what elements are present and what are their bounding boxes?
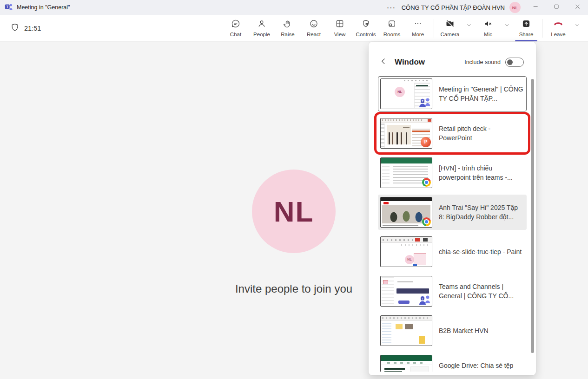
toolbar-raise-button[interactable]: Raise (275, 15, 301, 41)
toolbar-controls-button[interactable]: Controls (353, 15, 379, 41)
chevron-down-icon (504, 22, 510, 28)
toolbar-button-label: Chat (230, 32, 241, 37)
thumb-decoration (404, 80, 430, 81)
thumb-decoration: NL (405, 255, 414, 264)
avatar[interactable]: NL (509, 2, 521, 13)
back-button[interactable] (378, 57, 389, 68)
close-button[interactable] (567, 0, 588, 15)
react-icon (309, 19, 318, 28)
include-sound-label: Include sound (464, 59, 501, 65)
chevron-down-icon (504, 24, 510, 33)
mic-options-chevron[interactable] (501, 15, 513, 41)
window-thumbnail: NLT (380, 78, 432, 109)
window-title: [HVN] - trình chiếu powerpoint trên team… (439, 163, 523, 182)
toolbar-rooms-button[interactable]: Rooms (379, 15, 405, 41)
maximize-icon (553, 3, 560, 12)
chevron-down-icon (466, 24, 472, 33)
shield-icon (10, 23, 20, 34)
chevron-down-icon (575, 24, 580, 33)
more-icon (413, 19, 423, 30)
share-window-panel: Window Include sound NLT Meeting in "Gen… (369, 42, 536, 375)
toolbar-divider (434, 19, 434, 38)
panel-scrollbar[interactable] (531, 79, 534, 353)
thumb-decoration (415, 238, 420, 242)
window-list-item[interactable]: T Teams and Channels | General | CÔNG TY… (378, 274, 527, 309)
leave-options-chevron[interactable] (571, 15, 583, 41)
toolbar-react-button[interactable]: React (301, 15, 327, 41)
toolbar-view-button[interactable]: View (327, 15, 353, 41)
window-title: Meeting in "General" | CÔNG TY CỔ PHẦN T… (439, 85, 523, 103)
window-title: B2B Market HVN (439, 326, 489, 335)
leave-call-icon (554, 19, 563, 28)
window-list-item[interactable]: [HVN] - trình chiếu powerpoint trên team… (378, 155, 527, 190)
rooms-icon (387, 19, 396, 30)
minimize-button[interactable] (525, 0, 546, 15)
thumb-decoration (397, 281, 413, 282)
thumb-decoration (422, 217, 431, 226)
share-icon (522, 19, 531, 30)
thumb-decoration (396, 288, 429, 294)
thumb-decoration (381, 197, 432, 201)
window-list-item[interactable]: NL chia-se-slide-truc-tiep - Paint (378, 234, 527, 269)
view-icon (335, 19, 344, 30)
window-list-item[interactable]: Anh Trai "Say Hi" 2025 Tập 8: BigDaddy R… (378, 195, 527, 230)
thumb-decoration: T (418, 294, 431, 305)
toolbar-more-button[interactable]: More (405, 15, 431, 41)
share-button[interactable]: Share (513, 15, 539, 41)
window-list: NLT Meeting in "General" | CÔNG TY CỔ PH… (369, 75, 536, 372)
window-thumbnail: NL (380, 236, 432, 267)
teams-logo-icon: T (5, 2, 13, 13)
thumb-decoration (381, 124, 385, 148)
mic-muted-icon (483, 19, 493, 28)
leave-call-icon (554, 19, 563, 30)
window-title-text: Meeting in "General" (17, 4, 70, 11)
panel-header: Window Include sound (369, 42, 536, 75)
minimize-icon (532, 3, 539, 10)
back-icon (379, 57, 388, 68)
maximize-button[interactable] (546, 0, 567, 15)
meeting-toolbar: 21:51 ChatPeopleRaiseReactViewControlsRo… (0, 15, 588, 42)
leave-button[interactable]: Leave (545, 15, 571, 41)
camera-button[interactable]: Camera (437, 15, 463, 41)
window-list-item[interactable]: NLT Meeting in "General" | CÔNG TY CỔ PH… (378, 76, 527, 111)
thumb-decoration (381, 118, 432, 123)
toolbar-button-label: Rooms (383, 32, 400, 37)
mic-button[interactable]: Mic (475, 15, 501, 41)
window-list-item[interactable]: P Retail pitch deck - PowerPoint (378, 116, 527, 151)
thumb-decoration (426, 98, 429, 102)
people-icon (257, 19, 266, 28)
leave-label: Leave (551, 32, 565, 37)
window-thumbnail (380, 315, 432, 346)
window-list-item[interactable]: B2B Market HVN (378, 313, 527, 348)
toolbar-chat-button[interactable]: Chat (223, 15, 249, 41)
toolbar-people-button[interactable]: People (249, 15, 275, 41)
shield-icon (10, 23, 20, 32)
thumb-decoration (424, 180, 429, 185)
toolbar-buttons: ChatPeopleRaiseReactViewControlsRoomsMor… (223, 15, 431, 41)
thumb-decoration: NL (395, 87, 405, 97)
chat-icon (231, 19, 240, 28)
include-sound-toggle[interactable] (505, 58, 524, 67)
thumb-decoration (423, 238, 428, 242)
rooms-icon (387, 19, 396, 28)
share-label: Share (519, 32, 534, 37)
thumb-decoration (382, 323, 391, 344)
controls-icon (361, 19, 370, 28)
titlebar-overflow-menu[interactable]: ··· (382, 4, 402, 11)
people-icon (257, 19, 266, 30)
toolbar-button-label: Controls (356, 32, 376, 37)
chat-icon (231, 19, 240, 30)
back-icon (379, 57, 388, 66)
thumb-decoration (384, 371, 402, 372)
camera-off-icon (445, 19, 455, 30)
share-icon (522, 19, 531, 28)
camera-label: Camera (441, 32, 460, 37)
view-icon (335, 19, 344, 28)
window-list-item[interactable]: Google Drive: Chia sẻ tệp trực tuyến qua… (378, 353, 527, 372)
raise-hand-icon (283, 19, 292, 30)
mic-muted-icon (483, 19, 493, 30)
thumb-decoration (416, 85, 428, 86)
camera-options-chevron[interactable] (463, 15, 475, 41)
window-title: Google Drive: Chia sẻ tệp trực tuyến qua… (439, 361, 523, 372)
thumb-decoration (384, 368, 405, 370)
